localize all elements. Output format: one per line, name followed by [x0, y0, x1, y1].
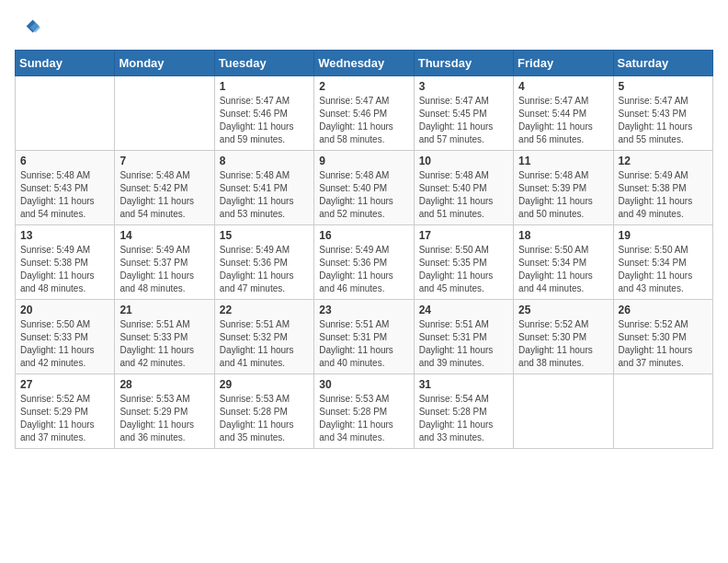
day-info: Sunrise: 5:51 AMSunset: 5:31 PMDaylight:…	[419, 318, 508, 370]
day-number: 9	[319, 155, 408, 167]
calendar-cell: 16Sunrise: 5:49 AMSunset: 5:36 PMDayligh…	[314, 225, 414, 300]
weekday-header-saturday: Saturday	[613, 51, 712, 76]
calendar-cell: 7Sunrise: 5:48 AMSunset: 5:42 PMDaylight…	[115, 151, 214, 225]
calendar-cell: 17Sunrise: 5:50 AMSunset: 5:35 PMDayligh…	[414, 225, 513, 300]
day-number: 18	[518, 229, 608, 242]
weekday-header-thursday: Thursday	[414, 51, 513, 76]
calendar-cell: 27Sunrise: 5:52 AMSunset: 5:29 PMDayligh…	[16, 374, 115, 449]
calendar-cell: 4Sunrise: 5:47 AMSunset: 5:44 PMDaylight…	[514, 76, 613, 151]
day-number: 11	[518, 155, 608, 167]
calendar-cell	[514, 374, 613, 449]
day-number: 21	[119, 304, 209, 316]
day-info: Sunrise: 5:47 AMSunset: 5:46 PMDaylight:…	[220, 95, 309, 146]
day-info: Sunrise: 5:51 AMSunset: 5:31 PMDaylight:…	[319, 318, 408, 370]
calendar-cell: 21Sunrise: 5:51 AMSunset: 5:33 PMDayligh…	[115, 300, 214, 374]
calendar-cell: 20Sunrise: 5:50 AMSunset: 5:33 PMDayligh…	[16, 300, 115, 374]
calendar-cell: 29Sunrise: 5:53 AMSunset: 5:28 PMDayligh…	[214, 374, 313, 449]
day-info: Sunrise: 5:54 AMSunset: 5:28 PMDaylight:…	[419, 393, 508, 444]
calendar-cell: 28Sunrise: 5:53 AMSunset: 5:29 PMDayligh…	[115, 374, 214, 449]
calendar-cell: 18Sunrise: 5:50 AMSunset: 5:34 PMDayligh…	[514, 225, 613, 300]
weekday-header-monday: Monday	[115, 51, 214, 76]
day-info: Sunrise: 5:52 AMSunset: 5:29 PMDaylight:…	[20, 393, 109, 444]
calendar-cell: 1Sunrise: 5:47 AMSunset: 5:46 PMDaylight…	[214, 76, 313, 151]
day-number: 3	[419, 80, 508, 93]
weekday-header-tuesday: Tuesday	[214, 51, 313, 76]
calendar-week-4: 20Sunrise: 5:50 AMSunset: 5:33 PMDayligh…	[16, 300, 713, 374]
day-info: Sunrise: 5:53 AMSunset: 5:28 PMDaylight:…	[319, 393, 408, 444]
calendar-cell: 22Sunrise: 5:51 AMSunset: 5:32 PMDayligh…	[214, 300, 313, 374]
day-number: 15	[220, 229, 309, 242]
day-info: Sunrise: 5:53 AMSunset: 5:28 PMDaylight:…	[220, 393, 309, 444]
calendar-cell: 15Sunrise: 5:49 AMSunset: 5:36 PMDayligh…	[214, 225, 313, 300]
day-number: 1	[220, 80, 309, 93]
calendar-cell	[115, 76, 214, 151]
day-number: 8	[220, 155, 309, 167]
day-number: 24	[419, 304, 508, 316]
day-info: Sunrise: 5:47 AMSunset: 5:43 PMDaylight:…	[619, 95, 708, 146]
day-info: Sunrise: 5:49 AMSunset: 5:37 PMDaylight:…	[119, 244, 209, 295]
day-number: 27	[20, 378, 109, 391]
calendar-cell: 26Sunrise: 5:52 AMSunset: 5:30 PMDayligh…	[613, 300, 712, 374]
day-info: Sunrise: 5:50 AMSunset: 5:33 PMDaylight:…	[20, 318, 109, 370]
weekday-header-friday: Friday	[514, 51, 613, 76]
weekday-header-sunday: Sunday	[16, 51, 115, 76]
day-number: 12	[619, 155, 708, 167]
day-number: 19	[619, 229, 708, 242]
logo-icon	[15, 15, 40, 40]
day-info: Sunrise: 5:49 AMSunset: 5:36 PMDaylight:…	[319, 244, 408, 295]
calendar-cell: 30Sunrise: 5:53 AMSunset: 5:28 PMDayligh…	[314, 374, 414, 449]
day-info: Sunrise: 5:49 AMSunset: 5:38 PMDaylight:…	[619, 169, 708, 221]
calendar-cell: 11Sunrise: 5:48 AMSunset: 5:39 PMDayligh…	[514, 151, 613, 225]
day-number: 10	[419, 155, 508, 167]
day-info: Sunrise: 5:49 AMSunset: 5:38 PMDaylight:…	[20, 244, 109, 295]
day-info: Sunrise: 5:48 AMSunset: 5:42 PMDaylight:…	[119, 169, 209, 221]
calendar-cell: 2Sunrise: 5:47 AMSunset: 5:46 PMDaylight…	[314, 76, 414, 151]
calendar-week-5: 27Sunrise: 5:52 AMSunset: 5:29 PMDayligh…	[16, 374, 713, 449]
day-number: 26	[619, 304, 708, 316]
weekday-header-row: SundayMondayTuesdayWednesdayThursdayFrid…	[16, 51, 713, 76]
day-info: Sunrise: 5:51 AMSunset: 5:32 PMDaylight:…	[220, 318, 309, 370]
calendar-cell: 14Sunrise: 5:49 AMSunset: 5:37 PMDayligh…	[115, 225, 214, 300]
day-number: 7	[119, 155, 209, 167]
day-info: Sunrise: 5:47 AMSunset: 5:45 PMDaylight:…	[419, 95, 508, 146]
day-info: Sunrise: 5:48 AMSunset: 5:41 PMDaylight:…	[220, 169, 309, 221]
calendar-week-2: 6Sunrise: 5:48 AMSunset: 5:43 PMDaylight…	[16, 151, 713, 225]
calendar-week-1: 1Sunrise: 5:47 AMSunset: 5:46 PMDaylight…	[16, 76, 713, 151]
day-info: Sunrise: 5:48 AMSunset: 5:39 PMDaylight:…	[518, 169, 608, 221]
weekday-header-wednesday: Wednesday	[314, 51, 414, 76]
day-number: 29	[220, 378, 309, 391]
calendar-cell: 12Sunrise: 5:49 AMSunset: 5:38 PMDayligh…	[613, 151, 712, 225]
calendar-cell: 10Sunrise: 5:48 AMSunset: 5:40 PMDayligh…	[414, 151, 513, 225]
day-info: Sunrise: 5:52 AMSunset: 5:30 PMDaylight:…	[518, 318, 608, 370]
day-info: Sunrise: 5:53 AMSunset: 5:29 PMDaylight:…	[119, 393, 209, 444]
day-info: Sunrise: 5:48 AMSunset: 5:40 PMDaylight:…	[419, 169, 508, 221]
day-number: 28	[119, 378, 209, 391]
calendar-cell: 8Sunrise: 5:48 AMSunset: 5:41 PMDaylight…	[214, 151, 313, 225]
calendar-cell: 3Sunrise: 5:47 AMSunset: 5:45 PMDaylight…	[414, 76, 513, 151]
day-number: 17	[419, 229, 508, 242]
day-info: Sunrise: 5:49 AMSunset: 5:36 PMDaylight:…	[220, 244, 309, 295]
day-number: 6	[20, 155, 109, 167]
day-number: 5	[619, 80, 708, 93]
day-number: 16	[319, 229, 408, 242]
calendar-cell: 5Sunrise: 5:47 AMSunset: 5:43 PMDaylight…	[613, 76, 712, 151]
day-info: Sunrise: 5:47 AMSunset: 5:44 PMDaylight:…	[518, 95, 608, 146]
day-info: Sunrise: 5:47 AMSunset: 5:46 PMDaylight:…	[319, 95, 408, 146]
day-info: Sunrise: 5:48 AMSunset: 5:43 PMDaylight:…	[20, 169, 109, 221]
day-number: 25	[518, 304, 608, 316]
calendar-cell: 13Sunrise: 5:49 AMSunset: 5:38 PMDayligh…	[16, 225, 115, 300]
day-number: 20	[20, 304, 109, 316]
calendar-cell: 25Sunrise: 5:52 AMSunset: 5:30 PMDayligh…	[514, 300, 613, 374]
calendar-cell: 9Sunrise: 5:48 AMSunset: 5:40 PMDaylight…	[314, 151, 414, 225]
calendar-cell	[613, 374, 712, 449]
calendar-cell: 31Sunrise: 5:54 AMSunset: 5:28 PMDayligh…	[414, 374, 513, 449]
calendar-cell	[16, 76, 115, 151]
calendar-cell: 6Sunrise: 5:48 AMSunset: 5:43 PMDaylight…	[16, 151, 115, 225]
day-number: 2	[319, 80, 408, 93]
day-info: Sunrise: 5:50 AMSunset: 5:35 PMDaylight:…	[419, 244, 508, 295]
page-header	[15, 15, 713, 40]
day-number: 22	[220, 304, 309, 316]
day-number: 4	[518, 80, 608, 93]
calendar-cell: 23Sunrise: 5:51 AMSunset: 5:31 PMDayligh…	[314, 300, 414, 374]
day-info: Sunrise: 5:50 AMSunset: 5:34 PMDaylight:…	[619, 244, 708, 295]
